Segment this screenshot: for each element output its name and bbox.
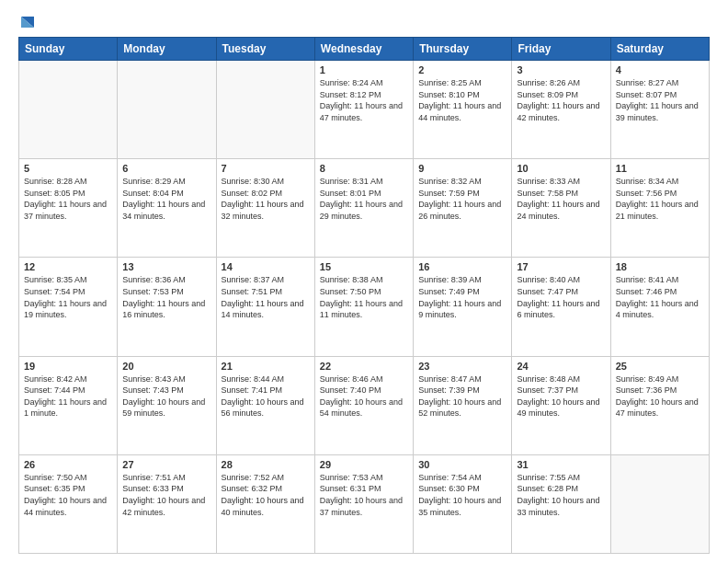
day-number: 29 [320,459,408,470]
day-number: 28 [222,459,310,470]
col-monday: Monday [118,38,216,61]
day-info: Sunrise: 7:54 AM Sunset: 6:30 PM Dayligh… [418,472,506,518]
day-info: Sunrise: 7:53 AM Sunset: 6:31 PM Dayligh… [320,472,408,518]
table-row: 31Sunrise: 7:55 AM Sunset: 6:28 PM Dayli… [512,454,610,553]
calendar-week-row: 19Sunrise: 8:42 AM Sunset: 7:44 PM Dayli… [19,356,710,454]
logo-icon [19,15,36,31]
day-number: 4 [616,64,704,75]
day-number: 2 [418,64,506,75]
logo [18,15,37,28]
table-row: 8Sunrise: 8:31 AM Sunset: 8:01 PM Daylig… [314,159,413,258]
header [18,15,710,28]
table-row: 18Sunrise: 8:41 AM Sunset: 7:46 PM Dayli… [610,258,709,356]
col-thursday: Thursday [414,38,512,61]
day-info: Sunrise: 8:42 AM Sunset: 7:44 PM Dayligh… [24,373,112,419]
table-row: 6Sunrise: 8:29 AM Sunset: 8:04 PM Daylig… [118,159,216,258]
day-number: 17 [517,261,605,272]
table-row: 12Sunrise: 8:35 AM Sunset: 7:54 PM Dayli… [19,258,118,356]
day-info: Sunrise: 8:31 AM Sunset: 8:01 PM Dayligh… [320,176,408,222]
day-info: Sunrise: 8:34 AM Sunset: 7:56 PM Dayligh… [616,176,704,222]
day-info: Sunrise: 8:28 AM Sunset: 8:05 PM Dayligh… [24,176,112,222]
col-tuesday: Tuesday [216,38,314,61]
day-number: 26 [24,459,112,470]
day-number: 21 [222,361,310,372]
day-number: 31 [517,459,605,470]
day-info: Sunrise: 8:39 AM Sunset: 7:49 PM Dayligh… [418,274,506,320]
calendar-week-row: 12Sunrise: 8:35 AM Sunset: 7:54 PM Dayli… [19,258,710,356]
day-number: 27 [122,459,210,470]
day-number: 14 [222,261,310,272]
table-row: 9Sunrise: 8:32 AM Sunset: 7:59 PM Daylig… [414,159,512,258]
day-info: Sunrise: 8:49 AM Sunset: 7:36 PM Dayligh… [616,373,704,419]
day-info: Sunrise: 7:51 AM Sunset: 6:33 PM Dayligh… [122,472,210,518]
day-number: 6 [122,163,210,174]
day-info: Sunrise: 8:46 AM Sunset: 7:40 PM Dayligh… [320,373,408,419]
day-info: Sunrise: 8:38 AM Sunset: 7:50 PM Dayligh… [320,274,408,320]
day-number: 9 [418,163,506,174]
calendar-table: Sunday Monday Tuesday Wednesday Thursday… [18,37,710,554]
calendar-week-row: 5Sunrise: 8:28 AM Sunset: 8:05 PM Daylig… [19,159,710,258]
day-number: 1 [320,64,408,75]
table-row: 30Sunrise: 7:54 AM Sunset: 6:30 PM Dayli… [414,454,512,553]
day-info: Sunrise: 8:37 AM Sunset: 7:51 PM Dayligh… [222,274,310,320]
table-row [19,61,118,159]
table-row: 17Sunrise: 8:40 AM Sunset: 7:47 PM Dayli… [512,258,610,356]
table-row: 10Sunrise: 8:33 AM Sunset: 7:58 PM Dayli… [512,159,610,258]
day-info: Sunrise: 8:36 AM Sunset: 7:53 PM Dayligh… [122,274,210,320]
day-info: Sunrise: 8:32 AM Sunset: 7:59 PM Dayligh… [418,176,506,222]
table-row: 29Sunrise: 7:53 AM Sunset: 6:31 PM Dayli… [314,454,413,553]
table-row: 13Sunrise: 8:36 AM Sunset: 7:53 PM Dayli… [118,258,216,356]
day-number: 7 [222,163,310,174]
table-row: 4Sunrise: 8:27 AM Sunset: 8:07 PM Daylig… [610,61,709,159]
day-number: 15 [320,261,408,272]
table-row: 20Sunrise: 8:43 AM Sunset: 7:43 PM Dayli… [118,356,216,454]
day-info: Sunrise: 8:44 AM Sunset: 7:41 PM Dayligh… [222,373,310,419]
table-row: 24Sunrise: 8:48 AM Sunset: 7:37 PM Dayli… [512,356,610,454]
table-row: 22Sunrise: 8:46 AM Sunset: 7:40 PM Dayli… [314,356,413,454]
day-info: Sunrise: 8:41 AM Sunset: 7:46 PM Dayligh… [616,274,704,320]
page: Sunday Monday Tuesday Wednesday Thursday… [0,0,728,563]
day-info: Sunrise: 8:29 AM Sunset: 8:04 PM Dayligh… [122,176,210,222]
col-friday: Friday [512,38,610,61]
table-row: 16Sunrise: 8:39 AM Sunset: 7:49 PM Dayli… [414,258,512,356]
table-row: 15Sunrise: 8:38 AM Sunset: 7:50 PM Dayli… [314,258,413,356]
table-row [216,61,314,159]
day-number: 23 [418,361,506,372]
col-wednesday: Wednesday [314,38,413,61]
table-row: 23Sunrise: 8:47 AM Sunset: 7:39 PM Dayli… [414,356,512,454]
day-info: Sunrise: 7:52 AM Sunset: 6:32 PM Dayligh… [222,472,310,518]
day-number: 18 [616,261,704,272]
table-row: 21Sunrise: 8:44 AM Sunset: 7:41 PM Dayli… [216,356,314,454]
day-info: Sunrise: 8:26 AM Sunset: 8:09 PM Dayligh… [517,77,605,123]
table-row: 5Sunrise: 8:28 AM Sunset: 8:05 PM Daylig… [19,159,118,258]
day-info: Sunrise: 8:33 AM Sunset: 7:58 PM Dayligh… [517,176,605,222]
day-info: Sunrise: 8:24 AM Sunset: 8:12 PM Dayligh… [320,77,408,123]
table-row [118,61,216,159]
table-row: 28Sunrise: 7:52 AM Sunset: 6:32 PM Dayli… [216,454,314,553]
calendar-week-row: 26Sunrise: 7:50 AM Sunset: 6:35 PM Dayli… [19,454,710,553]
day-number: 16 [418,261,506,272]
day-number: 11 [616,163,704,174]
calendar-week-row: 1Sunrise: 8:24 AM Sunset: 8:12 PM Daylig… [19,61,710,159]
day-number: 10 [517,163,605,174]
table-row: 1Sunrise: 8:24 AM Sunset: 8:12 PM Daylig… [314,61,413,159]
day-number: 30 [418,459,506,470]
col-sunday: Sunday [19,38,118,61]
day-number: 12 [24,261,112,272]
table-row [610,454,709,553]
table-row: 26Sunrise: 7:50 AM Sunset: 6:35 PM Dayli… [19,454,118,553]
table-row: 3Sunrise: 8:26 AM Sunset: 8:09 PM Daylig… [512,61,610,159]
day-info: Sunrise: 7:55 AM Sunset: 6:28 PM Dayligh… [517,472,605,518]
day-number: 13 [122,261,210,272]
day-number: 19 [24,361,112,372]
table-row: 11Sunrise: 8:34 AM Sunset: 7:56 PM Dayli… [610,159,709,258]
day-info: Sunrise: 8:40 AM Sunset: 7:47 PM Dayligh… [517,274,605,320]
day-number: 22 [320,361,408,372]
table-row: 14Sunrise: 8:37 AM Sunset: 7:51 PM Dayli… [216,258,314,356]
day-number: 24 [517,361,605,372]
table-row: 2Sunrise: 8:25 AM Sunset: 8:10 PM Daylig… [414,61,512,159]
day-info: Sunrise: 8:27 AM Sunset: 8:07 PM Dayligh… [616,77,704,123]
table-row: 19Sunrise: 8:42 AM Sunset: 7:44 PM Dayli… [19,356,118,454]
col-saturday: Saturday [610,38,709,61]
day-number: 25 [616,361,704,372]
